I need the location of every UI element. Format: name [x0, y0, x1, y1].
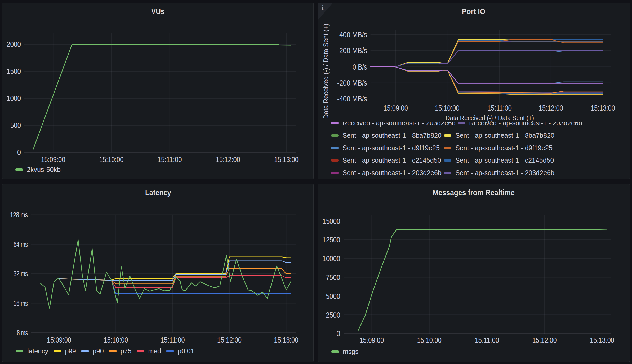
svg-text:15:10:00: 15:10:00: [435, 104, 459, 112]
svg-text:7500: 7500: [326, 273, 340, 282]
svg-text:15:11:00: 15:11:00: [161, 335, 185, 344]
svg-text:Data Received (-) / Data Sent: Data Received (-) / Data Sent (+): [446, 114, 534, 122]
svg-text:15:11:00: 15:11:00: [487, 104, 512, 112]
svg-text:15:12:00: 15:12:00: [532, 336, 557, 344]
svg-text:Messages from Realtime: Messages from Realtime: [433, 188, 515, 197]
svg-text:15:12:00: 15:12:00: [539, 104, 563, 112]
svg-text:16 ms: 16 ms: [14, 299, 28, 308]
svg-text:15:09:00: 15:09:00: [359, 336, 384, 344]
svg-text:32 ms: 32 ms: [14, 269, 28, 278]
svg-text:Data Received (-) / Data Sent: Data Received (-) / Data Sent (+): [322, 24, 330, 119]
svg-text:12500: 12500: [323, 235, 340, 244]
svg-text:0: 0: [17, 148, 21, 157]
svg-text:15:13:00: 15:13:00: [274, 155, 299, 164]
svg-text:15:12:00: 15:12:00: [217, 335, 242, 344]
svg-text:15:12:00: 15:12:00: [216, 155, 240, 164]
svg-text:0 B/s: 0 B/s: [353, 63, 367, 71]
svg-text:15:09:00: 15:09:00: [41, 155, 65, 164]
svg-text:VUs: VUs: [151, 7, 164, 16]
svg-text:15:13:00: 15:13:00: [274, 335, 298, 344]
svg-text:5000: 5000: [326, 292, 340, 300]
svg-text:15:09:00: 15:09:00: [47, 335, 71, 344]
svg-text:128 ms: 128 ms: [10, 210, 28, 219]
svg-text:1000: 1000: [7, 94, 21, 103]
svg-text:-400 MB/s: -400 MB/s: [337, 94, 367, 103]
svg-text:2500: 2500: [326, 310, 340, 319]
svg-text:2000: 2000: [7, 40, 21, 48]
svg-text:200 MB/s: 200 MB/s: [339, 46, 367, 55]
svg-text:15000: 15000: [323, 217, 340, 225]
svg-text:10000: 10000: [323, 254, 340, 263]
svg-text:15:10:00: 15:10:00: [417, 336, 442, 344]
svg-text:15:11:00: 15:11:00: [158, 155, 182, 164]
svg-text:15:09:00: 15:09:00: [384, 104, 408, 112]
svg-text:15:13:00: 15:13:00: [591, 104, 615, 112]
svg-text:15:13:00: 15:13:00: [590, 336, 614, 344]
svg-text:-200 MB/s: -200 MB/s: [337, 78, 367, 87]
svg-text:15:10:00: 15:10:00: [99, 155, 124, 164]
svg-text:15:10:00: 15:10:00: [104, 335, 128, 344]
svg-text:400 MB/s: 400 MB/s: [339, 30, 367, 39]
svg-text:500: 500: [10, 121, 21, 130]
svg-text:Port IO: Port IO: [462, 7, 486, 16]
svg-text:Latency: Latency: [145, 188, 171, 197]
svg-text:64 ms: 64 ms: [14, 240, 28, 248]
svg-text:1500: 1500: [7, 67, 21, 76]
svg-text:8 ms: 8 ms: [17, 328, 28, 337]
svg-text:15:11:00: 15:11:00: [475, 336, 499, 344]
svg-text:0: 0: [337, 329, 340, 338]
